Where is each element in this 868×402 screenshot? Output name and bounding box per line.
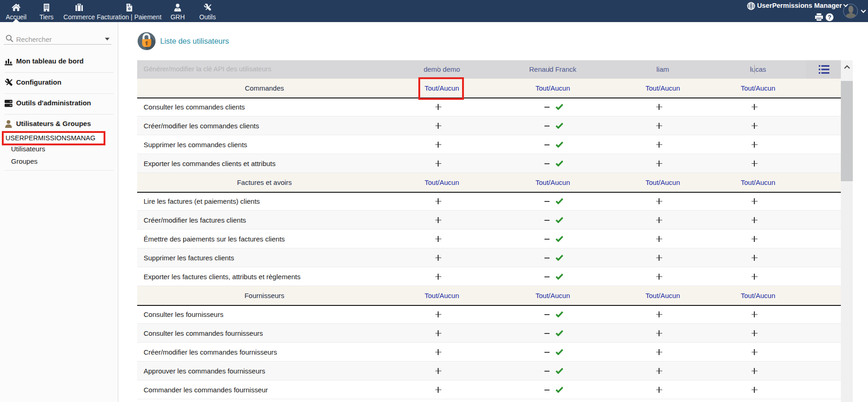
svg-text:?: ? [828,14,832,21]
